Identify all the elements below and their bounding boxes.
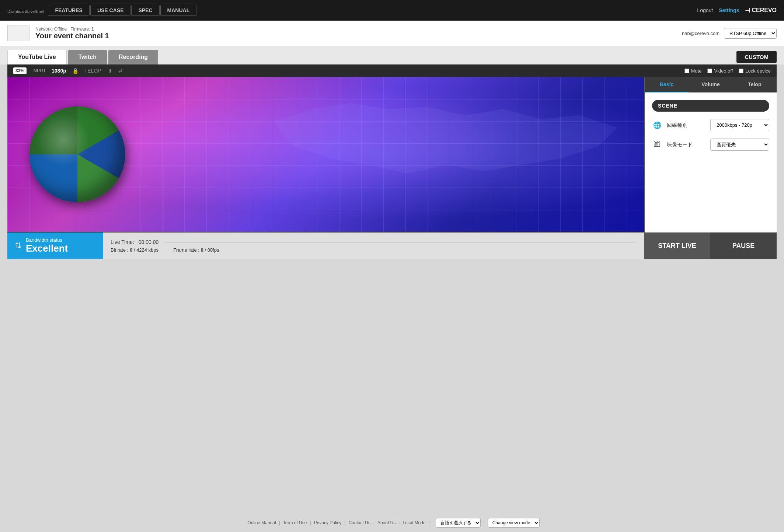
brand-sub: LiveShell bbox=[27, 9, 44, 14]
framerate-unit: 00fps bbox=[208, 247, 219, 253]
pause-icon[interactable]: ⏸ bbox=[107, 68, 112, 74]
live-time-bar bbox=[163, 242, 637, 242]
start-live-button[interactable]: START LIVE bbox=[644, 232, 710, 259]
device-meta: Network: Offline Firmware: 1 bbox=[35, 27, 109, 32]
footer: Online Manual | Term of Use | Privacy Po… bbox=[0, 514, 784, 532]
main-content: 33% INPUT 1080p 🔒 TELOP ⏸ ⇄ Mute Video o… bbox=[0, 64, 784, 514]
nav-links: FEATURES USE CASE SPEC MANUAL bbox=[48, 5, 196, 16]
video-icon: 🖼 bbox=[652, 141, 662, 148]
lock-device-checkbox[interactable]: Lock device bbox=[739, 68, 771, 74]
footer-right: 言語を選択する | Change view mode bbox=[436, 518, 540, 528]
footer-privacy-policy[interactable]: Privacy Policy bbox=[311, 520, 345, 525]
scene-header: SCENE bbox=[652, 100, 769, 112]
footer-about-us[interactable]: About Us bbox=[374, 520, 398, 525]
video-mode-row: 🖼 映像モード 画質優先 bbox=[652, 139, 769, 151]
tab-recording[interactable]: Recording bbox=[108, 50, 158, 64]
bitrate-row: Bit rate : 0 / 4224 kbps Frame rate : 0 … bbox=[111, 247, 637, 253]
connection-row: 🌐 回線種別 2000kbps - 720p bbox=[652, 119, 769, 131]
video-panel: 33% INPUT 1080p 🔒 TELOP ⏸ ⇄ Mute Video o… bbox=[7, 64, 777, 259]
footer-term-of-use[interactable]: Term of Use bbox=[280, 520, 310, 525]
percentage-badge: 33% bbox=[13, 67, 27, 74]
language-select[interactable]: 言語を選択する bbox=[436, 518, 481, 528]
bottom-bar: ⇅ Bandwidth status Excellent Live Time: … bbox=[7, 232, 777, 259]
settings-tab-volume[interactable]: Volume bbox=[689, 77, 732, 92]
globe-image bbox=[29, 106, 125, 202]
tab-youtube[interactable]: YouTube Live bbox=[7, 50, 67, 64]
logout-link[interactable]: Logout bbox=[697, 7, 713, 13]
rtsp-select[interactable]: RTSP 60p Offline bbox=[724, 28, 777, 39]
action-buttons: START LIVE PAUSE bbox=[644, 232, 777, 259]
nav-spec[interactable]: SPEC bbox=[131, 5, 159, 16]
channel-tabs: YouTube Live Twitch Recording bbox=[7, 50, 158, 64]
nav-features[interactable]: FEATURES bbox=[48, 5, 89, 16]
live-stats: Live Time: 00:00:00 Bit rate : 0 / 4224 … bbox=[103, 232, 644, 259]
cerevo-icon: ⊣ bbox=[745, 7, 750, 14]
settings-tab-basic[interactable]: Basic bbox=[645, 77, 689, 92]
video-off-input[interactable] bbox=[707, 69, 712, 73]
footer-local-mode[interactable]: Local Mode bbox=[400, 520, 428, 525]
lock-device-input[interactable] bbox=[739, 69, 743, 73]
mute-input[interactable] bbox=[684, 69, 689, 73]
telop-icon[interactable]: TELOP bbox=[84, 68, 101, 74]
video-preview bbox=[7, 77, 644, 232]
bitrate-value: 0 bbox=[130, 247, 132, 253]
framerate-value: 0 bbox=[201, 247, 203, 253]
channel-tabs-bar: YouTube Live Twitch Recording CUSTOM bbox=[0, 46, 784, 64]
video-controls-bar: 33% INPUT 1080p 🔒 TELOP ⏸ ⇄ Mute Video o… bbox=[7, 64, 777, 77]
live-time-value: 00:00:00 bbox=[139, 239, 159, 245]
switch-icon[interactable]: ⇄ bbox=[118, 68, 123, 74]
lock-icon: 🔒 bbox=[72, 68, 79, 74]
brand-name: Dashboard bbox=[7, 9, 27, 14]
custom-button[interactable]: CUSTOM bbox=[736, 51, 777, 63]
bandwidth-arrows-icon: ⇅ bbox=[15, 241, 21, 251]
network-value: Offline bbox=[54, 27, 67, 32]
checkbox-group: Mute Video off Lock device bbox=[684, 68, 771, 74]
pause-button[interactable]: PAUSE bbox=[710, 232, 777, 259]
video-col bbox=[7, 77, 644, 232]
device-name: Your event channel 1 bbox=[35, 32, 109, 40]
bitrate-label: Bit rate : 0 / 4224 kbps bbox=[111, 247, 158, 253]
network-label: Network: bbox=[35, 27, 53, 32]
cerevo-name: CEREVO bbox=[752, 7, 777, 14]
footer-online-manual[interactable]: Online Manual bbox=[244, 520, 279, 525]
video-mode-select[interactable]: 画質優先 bbox=[710, 139, 769, 151]
video-off-label: Video off bbox=[714, 68, 733, 74]
mute-checkbox[interactable]: Mute bbox=[684, 68, 702, 74]
bandwidth-section: ⇅ Bandwidth status Excellent bbox=[7, 232, 103, 259]
bandwidth-value: Excellent bbox=[26, 243, 68, 254]
video-mode-label: 映像モード bbox=[667, 141, 706, 148]
device-bar: Network: Offline Firmware: 1 Your event … bbox=[0, 21, 784, 46]
settings-col: Basic Volume Telop SCENE 🌐 回線種別 2000kbps… bbox=[644, 77, 777, 232]
live-time-row: Live Time: 00:00:00 bbox=[111, 239, 637, 245]
device-email: nab@cerevo.com bbox=[682, 31, 719, 36]
resolution-label: 1080p bbox=[52, 68, 66, 74]
firmware-value: 1 bbox=[91, 27, 94, 32]
connection-label: 回線種別 bbox=[667, 122, 706, 129]
settings-tab-telop[interactable]: Telop bbox=[733, 77, 777, 92]
settings-tabs: Basic Volume Telop bbox=[645, 77, 777, 92]
view-mode-select[interactable]: Change view mode bbox=[488, 518, 540, 528]
connection-select[interactable]: 2000kbps - 720p bbox=[710, 119, 769, 131]
mute-label: Mute bbox=[691, 68, 702, 74]
status-bar: ⇅ Bandwidth status Excellent Live Time: … bbox=[7, 232, 644, 259]
settings-link[interactable]: Settings bbox=[719, 7, 739, 13]
bandwidth-title: Bandwidth status bbox=[26, 237, 68, 243]
device-thumbnail bbox=[7, 25, 29, 41]
video-off-checkbox[interactable]: Video off bbox=[707, 68, 733, 74]
nav-manual[interactable]: MANUAL bbox=[160, 5, 197, 16]
tab-twitch[interactable]: Twitch bbox=[68, 50, 107, 64]
globe-icon: 🌐 bbox=[652, 121, 662, 129]
firmware-label: Firmware: bbox=[70, 27, 90, 32]
input-label: INPUT bbox=[32, 68, 46, 73]
content-row: Basic Volume Telop SCENE 🌐 回線種別 2000kbps… bbox=[7, 77, 777, 232]
footer-contact-us[interactable]: Contact Us bbox=[345, 520, 373, 525]
lock-device-label: Lock device bbox=[745, 68, 771, 74]
nav-use-case[interactable]: USE CASE bbox=[90, 5, 131, 16]
settings-body: SCENE 🌐 回線種別 2000kbps - 720p 🖼 映像モード 画質優… bbox=[645, 92, 777, 232]
cerevo-logo: ⊣ CEREVO bbox=[745, 7, 777, 14]
framerate-label: Frame rate : 0 / 00fps bbox=[173, 247, 219, 253]
bitrate-max: 4224 kbps bbox=[136, 247, 158, 253]
live-time-label: Live Time: bbox=[111, 239, 134, 245]
top-nav: DashboardLiveShell FEATURES USE CASE SPE… bbox=[0, 0, 784, 21]
brand-logo: DashboardLiveShell bbox=[7, 6, 43, 15]
